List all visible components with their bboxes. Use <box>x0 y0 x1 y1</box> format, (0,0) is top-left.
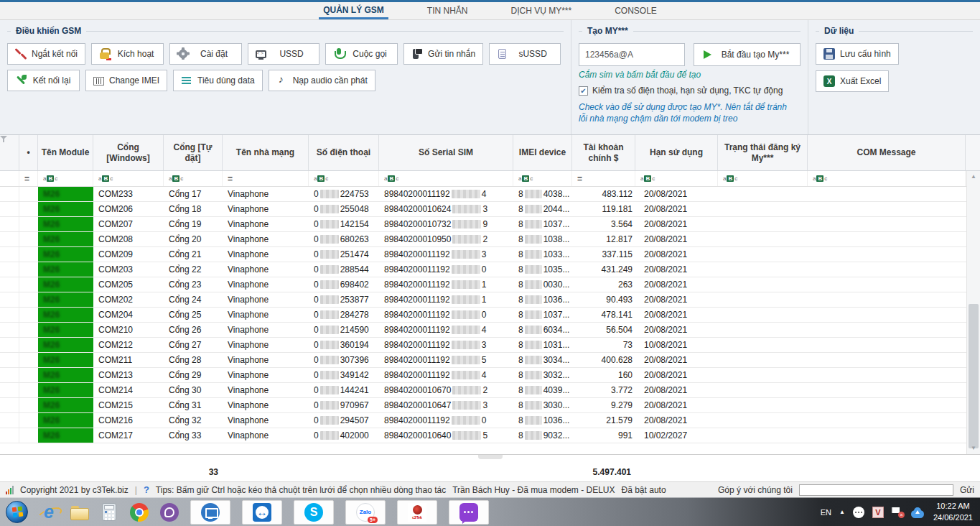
cell-serial: 898402000111920 <box>379 308 513 322</box>
filter-imei[interactable]: aBc <box>513 171 572 186</box>
remote-desktop-taskbar-button[interactable] <box>190 500 230 525</box>
grid-splitter[interactable] <box>0 454 980 463</box>
col-header-phone[interactable]: Số điện thoại <box>309 135 379 170</box>
col-header-expiry[interactable]: Hạn sử dụng <box>635 135 718 170</box>
scroll-up-arrow[interactable]: ▲ <box>967 171 980 183</box>
module-row[interactable]: M26COM210Cổng 26Vinaphone021459089840200… <box>0 323 980 338</box>
col-header-com-message[interactable]: COM Message <box>808 135 966 170</box>
module-row[interactable]: M26COM216Cổng 32Vinaphone029450789840200… <box>0 413 980 428</box>
module-row[interactable]: M26COM215Cổng 31Vinaphone097096789840200… <box>0 398 980 413</box>
calculator-icon[interactable] <box>102 503 116 521</box>
filter-indicator[interactable] <box>0 171 19 186</box>
module-row[interactable]: M26COM233Cổng 17Vinaphone022475389840200… <box>0 187 980 202</box>
skype-icon[interactable]: S <box>304 503 323 522</box>
nap-audio-can-phat-button[interactable]: Nạp audio cần phát <box>269 70 375 91</box>
scrollbar-thumb[interactable] <box>969 304 979 448</box>
module-row[interactable]: M26COM207Cổng 19Vinaphone014215489840200… <box>0 217 980 232</box>
chat-app-icon[interactable] <box>459 503 478 522</box>
filter-serial[interactable]: aBc <box>379 171 513 186</box>
taskbar-clock[interactable]: 10:22 AM 24/06/2021 <box>933 501 973 523</box>
module-row[interactable]: M26COM205Cổng 23Vinaphone069840289840200… <box>0 277 980 292</box>
cell-module: M26 <box>38 247 93 262</box>
cell-expiry: 10/02/2027 <box>635 428 718 443</box>
password-input[interactable] <box>579 43 685 66</box>
col-header-carrier[interactable]: Tên nhà mạng <box>223 135 309 170</box>
filter-expiry[interactable]: aBc <box>635 171 718 186</box>
sussd-button[interactable]: sUSSD <box>489 43 561 65</box>
c3tek-icon[interactable]: c3Tek <box>408 503 426 522</box>
ussd-button[interactable]: USSD <box>248 43 319 65</box>
module-row[interactable]: M26COM213Cổng 29Vinaphone034914289840200… <box>0 368 980 383</box>
chat-tray-icon[interactable] <box>853 507 864 518</box>
module-row[interactable]: M26COM214Cổng 30Vinaphone014424189840200… <box>0 383 980 398</box>
viber-icon[interactable] <box>160 503 179 522</box>
module-row[interactable]: M26COM204Cổng 25Vinaphone028427889840200… <box>0 308 980 323</box>
start-icon[interactable] <box>6 501 28 523</box>
ngat-ket-noi-button[interactable]: Ngắt kết nối <box>7 43 85 65</box>
cuoc-goi-button[interactable]: Cuộc gọi <box>325 43 398 65</box>
filter-com-port[interactable]: aBc <box>93 171 164 186</box>
filter-balance[interactable]: = <box>572 171 635 186</box>
filter-my-status[interactable]: aBc <box>718 171 808 186</box>
start-create-button[interactable]: Bắt đầu tạo My*** <box>694 43 801 66</box>
zalo-taskbar-button[interactable]: Zalo5+ <box>345 500 386 525</box>
module-row[interactable]: M26COM212Cổng 27Vinaphone036019489840200… <box>0 338 980 353</box>
auto-check-checkbox[interactable]: ✔ <box>579 86 588 96</box>
kich-hoat-button[interactable]: Kích hoạt <box>91 43 164 65</box>
tieu-dung-data-button[interactable]: Tiêu dùng data <box>173 70 263 91</box>
cai-dat-button[interactable]: Cài đặt <box>169 43 242 65</box>
cell-balance: 400.628 <box>572 353 635 367</box>
col-header-my-status[interactable]: Trạng thái đăng ký My*** <box>718 135 808 170</box>
col-header-custom-port[interactable]: Cổng [Tự đặt] <box>164 135 223 170</box>
v-tray-icon[interactable]: V <box>872 507 884 518</box>
tab-dich-vu-my[interactable]: DỊCH VỤ MY*** <box>506 2 576 19</box>
xuat-excel-button[interactable]: XXuất Excel <box>816 70 889 92</box>
vertical-scrollbar[interactable]: ▲ ▼ <box>966 171 980 454</box>
remote-desktop-icon[interactable] <box>201 503 220 522</box>
filter-bullet[interactable]: = <box>19 171 38 186</box>
module-row[interactable]: M26COM217Cổng 33Vinaphone040200089840200… <box>0 428 980 443</box>
tab-console[interactable]: CONSOLE <box>610 2 661 19</box>
luu-cau-hinh-button[interactable]: Lưu cấu hình <box>816 43 899 65</box>
module-row[interactable]: M26COM203Cổng 22Vinaphone028854489840200… <box>0 262 980 277</box>
col-header-module[interactable]: Tên Module <box>38 135 93 170</box>
module-row[interactable]: M26COM211Cổng 28Vinaphone030739689840200… <box>0 353 980 368</box>
equals-filter-icon: = <box>228 174 233 184</box>
c3tek-taskbar-button[interactable]: c3Tek <box>397 500 437 525</box>
show-hidden-icons-chevron[interactable]: ▲ <box>839 509 845 515</box>
tab-quan-ly-gsm[interactable]: QUẢN LÝ GSM <box>319 2 388 19</box>
cell-carrier: Vinaphone <box>223 247 309 262</box>
filter-phone[interactable]: aBc <box>309 171 379 186</box>
feedback-input[interactable] <box>799 484 953 496</box>
scroll-down-arrow[interactable]: ▼ <box>967 443 980 454</box>
action-center-flag-icon[interactable] <box>892 507 903 518</box>
internet-explorer-icon[interactable]: e <box>39 503 58 522</box>
filter-custom-port[interactable]: aBc <box>164 171 223 186</box>
chat-app-taskbar-button[interactable] <box>449 500 489 525</box>
cloud-upload-icon[interactable] <box>911 510 924 518</box>
module-row[interactable]: M26COM202Cổng 24Vinaphone025387789840200… <box>0 292 980 308</box>
filter-module[interactable]: aBc <box>38 171 93 186</box>
gui-tin-nhan-button[interactable]: Gửi tin nhắn <box>403 43 483 65</box>
tab-tin-nhan[interactable]: TIN NHẮN <box>423 2 472 19</box>
module-row[interactable]: M26COM206Cổng 18Vinaphone025504889840200… <box>0 202 980 217</box>
send-feedback-button[interactable]: Gửi <box>960 485 974 495</box>
col-header-imei[interactable]: IMEI device <box>513 135 572 170</box>
filter-carrier[interactable]: = <box>223 171 309 186</box>
col-header-serial[interactable]: Số Serial SIM <box>379 135 513 170</box>
col-header-bullet[interactable]: • <box>19 135 38 170</box>
skype-taskbar-button[interactable]: S <box>294 500 334 525</box>
module-row[interactable]: M26COM208Cổng 20Vinaphone068026389840200… <box>0 232 980 247</box>
file-explorer-icon[interactable] <box>70 503 88 522</box>
col-header-com-port[interactable]: Cổng [Windows] <box>93 135 164 170</box>
ket-noi-lai-button[interactable]: Kết nối lại <box>7 70 80 91</box>
teamviewer-taskbar-button[interactable]: ↔ <box>242 500 282 525</box>
module-row[interactable]: M26COM209Cổng 21Vinaphone025147489840200… <box>0 247 980 262</box>
teamviewer-icon[interactable]: ↔ <box>253 503 271 522</box>
filter-com-message[interactable]: aBc <box>808 171 966 186</box>
col-header-balance[interactable]: Tài khoản chính $ <box>572 135 635 170</box>
chrome-icon[interactable] <box>130 503 149 522</box>
language-indicator[interactable]: EN <box>821 508 831 517</box>
zalo-icon[interactable]: Zalo5+ <box>356 503 375 522</box>
change-imei-button[interactable]: Change IMEI <box>85 70 167 91</box>
